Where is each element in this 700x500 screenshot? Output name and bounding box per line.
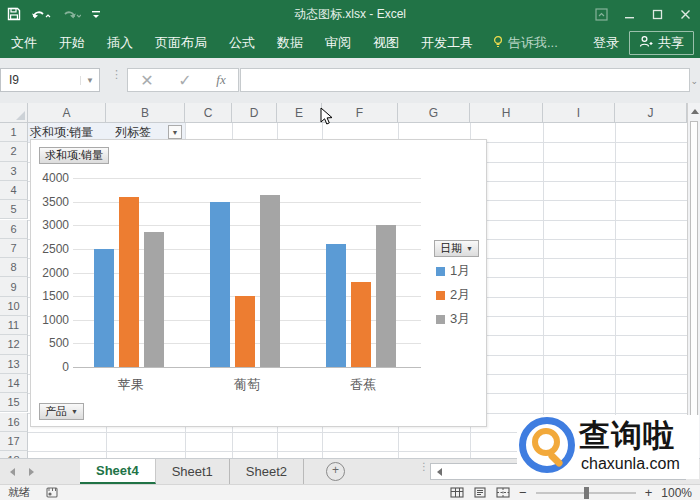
minimize-button[interactable] — [618, 4, 640, 24]
page-break-view-icon[interactable] — [496, 487, 510, 498]
close-button[interactable] — [674, 4, 696, 24]
row-header-13[interactable]: 13 — [0, 355, 28, 374]
vertical-scroll-thumb[interactable] — [690, 121, 698, 421]
undo-icon[interactable] — [31, 8, 51, 21]
cancel-icon[interactable]: ✕ — [140, 71, 153, 90]
row-header-12[interactable]: 12 — [0, 335, 28, 354]
autofilter-dropdown-icon[interactable]: ▼ — [168, 125, 182, 139]
column-header-A[interactable]: A — [28, 103, 106, 123]
ribbon-tab-4[interactable]: 公式 — [218, 28, 266, 58]
enter-icon[interactable]: ✓ — [178, 71, 191, 90]
ribbon-tab-3[interactable]: 页面布局 — [144, 28, 218, 58]
lightbulb-icon — [492, 35, 504, 51]
sheet-tab-sheet4[interactable]: Sheet4 — [80, 459, 156, 484]
legend-label: 3月 — [450, 310, 470, 328]
pivot-chart[interactable]: 05001000150020002500300035004000苹果葡萄香蕉求和… — [30, 139, 487, 427]
row-header-4[interactable]: 4 — [0, 181, 28, 200]
tell-me-box[interactable]: 告诉我... — [484, 34, 566, 52]
sign-in-button[interactable]: 登录 — [583, 34, 629, 52]
zoom-slider-thumb[interactable] — [584, 487, 589, 499]
bar-3月-香蕉[interactable] — [376, 225, 396, 367]
legend-item-1月[interactable]: 1月 — [436, 262, 470, 280]
worksheet-grid[interactable]: ABCDEFGHIJ123456789101112131415161718 求和… — [0, 103, 700, 458]
formula-bar-splitter[interactable]: ⋮ — [111, 72, 122, 77]
bar-3月-苹果[interactable] — [144, 232, 164, 367]
scroll-left-icon[interactable] — [437, 468, 442, 476]
insert-function-icon[interactable]: fx — [216, 72, 225, 88]
macro-record-icon[interactable] — [46, 487, 58, 498]
ribbon-display-options-icon[interactable] — [590, 4, 612, 24]
customize-qat-icon[interactable] — [91, 9, 101, 19]
row-header-7[interactable]: 7 — [0, 239, 28, 258]
row-header-17[interactable]: 17 — [0, 432, 28, 451]
column-header-H[interactable]: H — [470, 103, 543, 123]
zoom-level[interactable]: 100% — [661, 486, 692, 500]
sheet-tab-sheet2[interactable]: Sheet2 — [230, 459, 304, 484]
column-header-D[interactable]: D — [232, 103, 277, 123]
column-header-F[interactable]: F — [322, 103, 398, 123]
row-header-2[interactable]: 2 — [0, 142, 28, 161]
ribbon-tab-file[interactable]: 文件 — [0, 28, 48, 58]
bar-2月-葡萄[interactable] — [235, 296, 255, 367]
sheet-tab-sheet1[interactable]: Sheet1 — [156, 459, 230, 484]
watermark-brand: 查询啦 — [579, 415, 675, 457]
ribbon-tab-2[interactable]: 插入 — [96, 28, 144, 58]
column-header-C[interactable]: C — [185, 103, 232, 123]
tab-split-handle[interactable]: ⋮ — [419, 465, 429, 469]
expand-formula-bar-icon[interactable]: ⌄ — [690, 76, 698, 86]
formula-input[interactable] — [240, 68, 690, 92]
vertical-scrollbar[interactable] — [687, 103, 700, 458]
ribbon-tab-6[interactable]: 审阅 — [314, 28, 362, 58]
row-header-18[interactable]: 18 — [0, 451, 28, 458]
column-header-E[interactable]: E — [277, 103, 322, 123]
zoom-out-button[interactable]: − — [519, 485, 527, 500]
zoom-slider[interactable] — [536, 492, 636, 494]
row-header-11[interactable]: 11 — [0, 316, 28, 335]
row-header-8[interactable]: 8 — [0, 258, 28, 277]
axis-field-button[interactable]: 产品▼ — [39, 403, 84, 420]
row-header-5[interactable]: 5 — [0, 200, 28, 219]
save-icon[interactable] — [7, 7, 21, 21]
scroll-up-icon[interactable] — [691, 109, 699, 114]
zoom-in-button[interactable]: + — [645, 485, 653, 500]
name-box-dropdown-icon[interactable]: ▼ — [80, 76, 99, 85]
bar-3月-葡萄[interactable] — [260, 195, 280, 367]
row-header-15[interactable]: 15 — [0, 393, 28, 412]
bar-1月-苹果[interactable] — [94, 249, 114, 367]
ribbon-tab-1[interactable]: 开始 — [48, 28, 96, 58]
bar-1月-葡萄[interactable] — [210, 202, 230, 367]
row-header-6[interactable]: 6 — [0, 220, 28, 239]
row-header-14[interactable]: 14 — [0, 374, 28, 393]
row-header-10[interactable]: 10 — [0, 297, 28, 316]
legend-item-3月[interactable]: 3月 — [436, 310, 470, 328]
add-sheet-button[interactable]: + — [326, 462, 345, 481]
redo-icon[interactable] — [61, 8, 81, 21]
row-header-16[interactable]: 16 — [0, 413, 28, 432]
ribbon-tab-7[interactable]: 视图 — [362, 28, 410, 58]
y-axis-tick-label: 0 — [33, 360, 69, 374]
share-button[interactable]: 共享 — [629, 31, 694, 55]
row-header-1[interactable]: 1 — [0, 123, 28, 142]
sheet-nav-right-icon[interactable] — [29, 468, 34, 476]
column-header-G[interactable]: G — [398, 103, 470, 123]
normal-view-icon[interactable] — [450, 487, 464, 498]
ribbon-tab-8[interactable]: 开发工具 — [410, 28, 484, 58]
maximize-button[interactable] — [646, 4, 668, 24]
column-header-I[interactable]: I — [543, 103, 615, 123]
select-all-corner[interactable] — [0, 103, 28, 123]
legend-label: 1月 — [450, 262, 470, 280]
bar-2月-香蕉[interactable] — [351, 282, 371, 367]
column-header-J[interactable]: J — [615, 103, 687, 123]
legend-field-button[interactable]: 日期▼ — [434, 240, 479, 257]
bar-1月-香蕉[interactable] — [326, 244, 346, 367]
ribbon-tab-5[interactable]: 数据 — [266, 28, 314, 58]
value-field-button[interactable]: 求和项:销量 — [39, 147, 109, 164]
sheet-nav-left-icon[interactable] — [10, 468, 15, 476]
name-box[interactable]: I9 ▼ — [0, 68, 100, 92]
page-layout-view-icon[interactable] — [473, 487, 487, 498]
row-header-9[interactable]: 9 — [0, 277, 28, 296]
legend-item-2月[interactable]: 2月 — [436, 286, 470, 304]
bar-2月-苹果[interactable] — [119, 197, 139, 367]
column-header-B[interactable]: B — [106, 103, 185, 123]
row-header-3[interactable]: 3 — [0, 162, 28, 181]
